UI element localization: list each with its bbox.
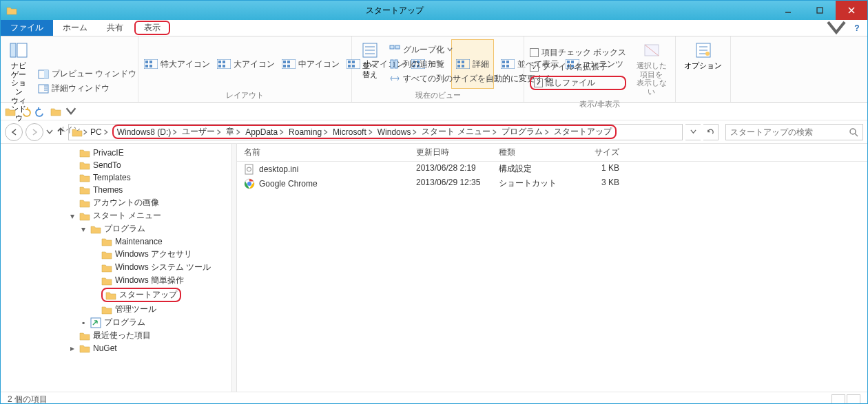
- folder-icon: [79, 330, 90, 341]
- chevron-right-icon[interactable]: [103, 129, 109, 135]
- group-label-layout: レイアウト: [144, 89, 346, 100]
- layout-extra-large[interactable]: 特大アイコン: [144, 39, 210, 89]
- search-box[interactable]: [725, 124, 863, 140]
- breadcrumb-segment[interactable]: PC: [88, 127, 111, 137]
- hidden-items-toggle[interactable]: ✓隠しファイル: [530, 76, 626, 90]
- tree-item[interactable]: Maintenance: [1, 235, 231, 248]
- back-button[interactable]: [5, 123, 23, 141]
- column-name[interactable]: 名前: [237, 147, 416, 158]
- item-checkboxes-toggle[interactable]: 項目チェック ボックス: [530, 47, 626, 59]
- navigation-bar: PC Windows8 (D:)ユーザー章AppDataRoamingMicro…: [1, 120, 867, 144]
- hide-selected-button[interactable]: 選択した項目を 表示しない: [633, 39, 670, 98]
- chevron-right-icon[interactable]: [216, 129, 222, 135]
- tree-item[interactable]: Windows 簡単操作: [1, 274, 231, 287]
- tree-item[interactable]: ▾プログラム: [1, 222, 231, 235]
- status-text: 2 個の項目: [8, 394, 48, 404]
- tree-item[interactable]: Windows アクセサリ: [1, 248, 231, 261]
- tab-home[interactable]: ホーム: [53, 20, 97, 36]
- icons-view-button[interactable]: [847, 394, 860, 405]
- breadcrumb-segment[interactable]: 章: [224, 126, 243, 138]
- folder-icon: [79, 198, 90, 209]
- pane-splitter[interactable]: [231, 144, 237, 392]
- up-button[interactable]: [56, 127, 65, 138]
- breadcrumb-segment[interactable]: Windows: [375, 127, 420, 137]
- layout-large[interactable]: 大アイコン: [217, 39, 275, 89]
- redo-icon[interactable]: [35, 106, 46, 117]
- preview-pane-button[interactable]: プレビュー ウィンドウ: [38, 68, 136, 80]
- folder-icon: [101, 262, 112, 273]
- tab-file[interactable]: ファイル: [1, 20, 53, 36]
- file-row[interactable]: desktop.ini2013/06/28 2:19構成設定1 KB: [237, 162, 867, 176]
- sort-by-button[interactable]: 並べ替え: [358, 39, 382, 89]
- tree-item[interactable]: PrivacIE: [1, 147, 231, 159]
- chevron-right-icon[interactable]: [492, 129, 497, 135]
- svg-point-24: [705, 52, 710, 56]
- search-icon: [849, 127, 858, 137]
- layout-medium[interactable]: 中アイコン: [282, 39, 340, 89]
- search-input[interactable]: [730, 127, 849, 137]
- tree-item[interactable]: ▾スタート メニュー: [1, 209, 231, 222]
- help-button[interactable]: ?: [847, 20, 867, 36]
- tree-item[interactable]: 最近使った項目: [1, 329, 231, 342]
- file-extensions-toggle[interactable]: ✓ファイル名拡張子: [530, 61, 626, 73]
- column-date[interactable]: 更新日時: [416, 147, 499, 158]
- tab-share[interactable]: 共有: [97, 20, 133, 36]
- tree-item[interactable]: Windows システム ツール: [1, 261, 231, 274]
- ribbon-tabs: ファイル ホーム 共有 表示 ?: [1, 20, 867, 36]
- breadcrumb-segment[interactable]: スタートアップ: [552, 126, 614, 138]
- undo-icon[interactable]: [20, 106, 31, 117]
- title-bar: スタートアップ: [1, 1, 867, 20]
- chevron-right-icon[interactable]: [412, 129, 417, 135]
- file-row[interactable]: Google Chrome2013/06/29 12:35ショートカット3 KB: [237, 176, 867, 191]
- folder-icon: [79, 172, 90, 183]
- tree-item[interactable]: 管理ツール: [1, 303, 231, 316]
- tree-item[interactable]: SendTo: [1, 159, 231, 171]
- tree-item[interactable]: Templates: [1, 171, 231, 184]
- tree-item[interactable]: スタートアップ: [1, 287, 231, 303]
- breadcrumb-segment[interactable]: ユーザー: [180, 126, 224, 138]
- minimize-button[interactable]: [772, 1, 804, 20]
- chevron-right-icon[interactable]: [279, 129, 285, 135]
- details-view-button[interactable]: [831, 394, 845, 405]
- breadcrumb-segment[interactable]: プログラム: [499, 126, 552, 138]
- tree-item[interactable]: ▸NuGet: [1, 342, 231, 354]
- address-history-button[interactable]: [685, 124, 701, 140]
- tree-item[interactable]: ▪プログラム: [1, 316, 231, 329]
- chevron-right-icon[interactable]: [323, 129, 329, 135]
- tree-item[interactable]: アカウントの画像: [1, 196, 231, 209]
- chevron-right-icon[interactable]: [172, 129, 178, 135]
- chevron-right-icon[interactable]: [544, 129, 550, 135]
- breadcrumb-segment[interactable]: Microsoft: [331, 127, 375, 137]
- address-bar[interactable]: PC Windows8 (D:)ユーザー章AppDataRoamingMicro…: [68, 124, 683, 140]
- breadcrumb-segment[interactable]: AppData: [243, 127, 287, 137]
- folder-icon: [79, 147, 90, 158]
- options-button[interactable]: オプション: [681, 39, 725, 91]
- recent-locations-button[interactable]: [46, 129, 53, 136]
- forward-button[interactable]: [25, 123, 43, 141]
- refresh-button[interactable]: [703, 124, 719, 140]
- chevron-right-icon[interactable]: [83, 129, 88, 135]
- chevron-right-icon[interactable]: [236, 129, 241, 135]
- properties-icon[interactable]: [50, 106, 61, 117]
- tab-view[interactable]: 表示: [134, 21, 170, 35]
- qat-dropdown-icon[interactable]: [65, 106, 76, 117]
- tree-item[interactable]: Themes: [1, 184, 231, 196]
- folder-icon: [101, 249, 112, 260]
- breadcrumb-segment[interactable]: スタート メニュー: [420, 126, 499, 138]
- file-list[interactable]: 名前 更新日時 種類 サイズ desktop.ini2013/06/28 2:1…: [237, 144, 867, 392]
- svg-rect-21: [395, 60, 397, 68]
- column-size[interactable]: サイズ: [578, 147, 633, 158]
- navigation-tree[interactable]: PrivacIESendToTemplatesThemesアカウントの画像▾スタ…: [1, 144, 231, 392]
- status-bar: 2 個の項目: [1, 392, 867, 404]
- breadcrumb-segment[interactable]: Roaming: [287, 127, 331, 137]
- new-folder-icon[interactable]: [5, 106, 16, 117]
- ribbon-collapse-button[interactable]: [826, 20, 847, 36]
- chevron-right-icon[interactable]: [368, 129, 373, 135]
- folder-icon: [72, 127, 83, 138]
- folder-icon: [79, 211, 90, 222]
- breadcrumb-segment[interactable]: Windows8 (D:): [115, 127, 180, 137]
- details-pane-button[interactable]: 詳細ウィンドウ: [38, 83, 136, 94]
- column-headers[interactable]: 名前 更新日時 種類 サイズ: [237, 144, 867, 162]
- column-type[interactable]: 種類: [499, 147, 578, 158]
- file-icon: [244, 164, 255, 175]
